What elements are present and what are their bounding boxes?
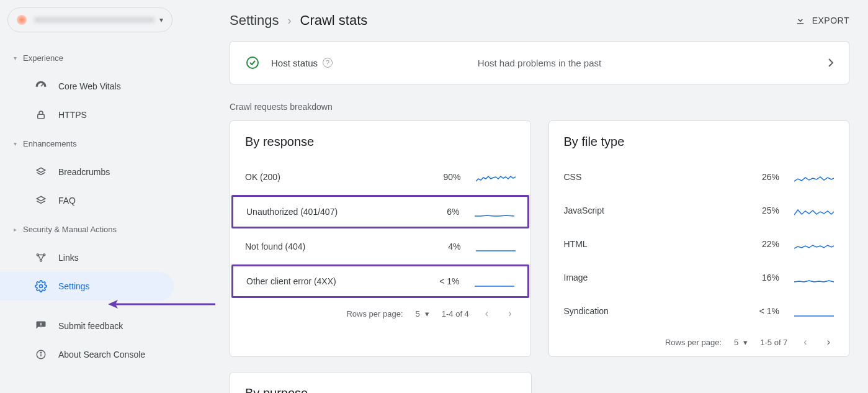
row-label: JavaScript [564, 206, 743, 215]
sidebar-item-links[interactable]: Links [0, 243, 180, 272]
row-label: Not found (404) [245, 242, 424, 251]
sidebar-item-submit-feedback[interactable]: Submit feedback [0, 312, 180, 340]
chevron-right-icon [828, 58, 834, 68]
filetype-row-js[interactable]: JavaScript 25% [549, 194, 849, 227]
svg-point-9 [247, 57, 258, 68]
sparkline-icon [475, 205, 514, 219]
rows-per-page-value: 5 [416, 309, 420, 318]
row-pct: 26% [742, 172, 779, 182]
sidebar-item-label: About Search Console [58, 350, 145, 359]
host-status-message: Host had problems in the past [478, 58, 601, 68]
svg-point-7 [40, 352, 42, 353]
card-by-filetype: By file type CSS 26% JavaScript 25% HTML… [548, 120, 850, 357]
sidebar-item-https[interactable]: HTTPS [0, 101, 180, 129]
sidebar-cat-label: Experience [23, 53, 63, 63]
breadcrumb-root[interactable]: Settings [230, 12, 279, 29]
svg-point-4 [40, 285, 43, 288]
response-row-unauthorized[interactable]: Unauthorized (401/407) 6% [231, 195, 529, 228]
page-next-button[interactable]: › [823, 337, 834, 348]
sparkline-icon [794, 170, 834, 184]
layers-icon [35, 194, 47, 207]
rows-per-page-label: Rows per page: [665, 338, 722, 347]
filetype-row-css[interactable]: CSS 26% [549, 160, 849, 194]
row-label: Other client error (4XX) [246, 276, 423, 286]
feedback-icon [35, 320, 47, 332]
chevron-down-icon: ▾ [14, 140, 17, 147]
row-label: OK (200) [245, 172, 424, 182]
sidebar-cat-enhancements[interactable]: ▾ Enhancements [0, 129, 180, 158]
speedometer-icon [35, 80, 47, 93]
sidebar-cat-security[interactable]: ▸ Security & Manual Actions [0, 215, 180, 243]
page-range: 1-4 of 4 [442, 309, 469, 318]
help-icon[interactable]: ? [323, 58, 333, 68]
row-label: HTML [564, 239, 743, 249]
row-pct: 4% [424, 242, 461, 251]
response-row-notfound[interactable]: Not found (404) 4% [230, 230, 530, 263]
sparkline-icon [794, 304, 834, 318]
property-favicon [17, 15, 27, 25]
sparkline-icon [476, 240, 516, 253]
card-pager: Rows per page: 5 ▾ 1-5 of 7 ‹ › [549, 328, 849, 356]
network-icon [35, 251, 47, 264]
host-status-card[interactable]: Host status ? Host had problems in the p… [230, 41, 849, 84]
row-pct: 16% [742, 273, 779, 282]
sidebar-item-faq[interactable]: FAQ [0, 186, 180, 215]
rows-per-page-value: 5 [734, 338, 738, 347]
sidebar-item-settings[interactable]: Settings [0, 272, 174, 300]
filetype-row-syndication[interactable]: Syndication < 1% [549, 294, 849, 328]
row-label: CSS [564, 172, 743, 182]
card-title: By file type [549, 135, 849, 160]
sidebar-cat-experience[interactable]: ▾ Experience [0, 43, 180, 72]
svg-point-3 [40, 260, 42, 261]
page-next-button[interactable]: › [504, 308, 515, 319]
sidebar-item-label: Submit feedback [58, 321, 123, 331]
svg-point-1 [37, 254, 38, 256]
sidebar-cat-label: Security & Manual Actions [23, 225, 117, 234]
chevron-down-icon: ▾ [14, 55, 17, 61]
row-pct: < 1% [742, 306, 779, 316]
sidebar-item-breadcrumbs[interactable]: Breadcrumbs [0, 158, 180, 186]
property-name-blurred [34, 17, 154, 23]
sidebar-cat-label: Enhancements [23, 139, 77, 148]
row-pct: 90% [424, 172, 461, 182]
chevron-down-icon: ▾ [425, 309, 429, 318]
chevron-down-icon: ▾ [743, 338, 748, 347]
property-selector[interactable]: ▾ [7, 7, 172, 32]
filetype-row-image[interactable]: Image 16% [549, 261, 849, 294]
sidebar-item-label: FAQ [58, 196, 76, 206]
row-label: Unauthorized (401/407) [246, 207, 423, 217]
chevron-right-icon: › [288, 14, 292, 27]
rows-per-page-select[interactable]: 5 ▾ [734, 338, 748, 347]
page-prev-button[interactable]: ‹ [481, 308, 492, 319]
breadcrumb-current: Crawl stats [300, 12, 368, 29]
svg-rect-0 [38, 114, 45, 119]
card-by-response: By response OK (200) 90% Unauthorized (4… [230, 120, 531, 357]
sparkline-icon [475, 274, 514, 288]
rows-per-page-select[interactable]: 5 ▾ [416, 309, 429, 318]
response-row-ok[interactable]: OK (200) 90% [230, 160, 530, 194]
page-range: 1-5 of 7 [760, 338, 787, 347]
sparkline-icon [794, 271, 834, 284]
chevron-right-icon: ▸ [14, 226, 17, 233]
info-icon [35, 348, 47, 361]
export-button[interactable]: EXPORT [795, 15, 849, 26]
chevron-down-icon: ▾ [159, 16, 163, 24]
breakdown-cards-row2: By purpose [230, 357, 849, 393]
sidebar-item-about[interactable]: About Search Console [0, 340, 180, 369]
section-heading: Crawl requests breakdown [230, 102, 849, 112]
row-pct: < 1% [423, 276, 460, 286]
sidebar-item-label: Links [58, 253, 79, 263]
breadcrumb: Settings › Crawl stats [230, 12, 367, 29]
sparkline-icon [794, 204, 834, 217]
svg-point-2 [43, 254, 45, 256]
sidebar-item-core-web-vitals[interactable]: Core Web Vitals [0, 72, 180, 101]
card-title: By response [230, 135, 530, 160]
host-status-title: Host status [271, 58, 318, 68]
sidebar-item-label: Core Web Vitals [58, 81, 121, 91]
gear-icon [35, 280, 47, 292]
filetype-row-html[interactable]: HTML 22% [549, 227, 849, 261]
response-row-other-4xx[interactable]: Other client error (4XX) < 1% [231, 264, 529, 298]
sidebar-item-label: HTTPS [58, 110, 87, 120]
page-prev-button[interactable]: ‹ [800, 337, 810, 348]
row-label: Syndication [564, 306, 743, 316]
